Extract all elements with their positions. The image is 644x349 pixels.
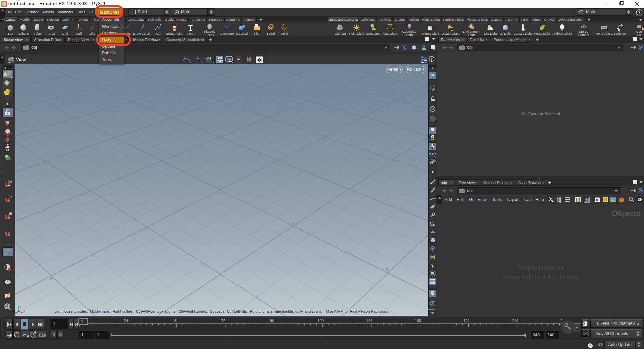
svg-text:168: 168 bbox=[415, 319, 421, 323]
svg-text:-4: -4 bbox=[394, 103, 396, 105]
svg-text:-1: -1 bbox=[276, 162, 279, 165]
svg-text:216: 216 bbox=[512, 319, 518, 323]
svg-text:2: 2 bbox=[385, 267, 390, 273]
svg-text:0: 0 bbox=[218, 191, 221, 195]
svg-text:?: ? bbox=[638, 10, 641, 15]
svg-text:12: 12 bbox=[432, 212, 435, 216]
svg-text:120: 120 bbox=[318, 319, 324, 323]
svg-text:1: 1 bbox=[81, 319, 83, 324]
svg-text:1: 1 bbox=[291, 221, 294, 226]
svg-text:24: 24 bbox=[124, 319, 128, 323]
svg-text:-5: -5 bbox=[422, 89, 424, 91]
svg-text:12: 12 bbox=[432, 196, 436, 199]
svg-text:-3: -3 bbox=[74, 114, 76, 117]
svg-text:0: 0 bbox=[218, 185, 221, 189]
svg-text:-1: -1 bbox=[160, 157, 163, 160]
svg-text:-4: -4 bbox=[41, 98, 43, 100]
svg-text:?: ? bbox=[431, 57, 433, 61]
svg-text:i: i bbox=[432, 302, 433, 306]
svg-text:-2: -2 bbox=[113, 134, 116, 136]
svg-text:y: y bbox=[20, 304, 22, 308]
svg-text:-2: -2 bbox=[323, 139, 326, 142]
svg-text:2: 2 bbox=[49, 276, 54, 281]
svg-text:1: 1 bbox=[145, 228, 148, 233]
svg-text:192: 192 bbox=[463, 319, 469, 323]
svg-text:96: 96 bbox=[270, 319, 274, 323]
svg-text:72: 72 bbox=[221, 319, 225, 323]
svg-text:48: 48 bbox=[173, 319, 177, 323]
svg-text:144: 144 bbox=[366, 319, 372, 323]
svg-text:-3: -3 bbox=[362, 119, 364, 121]
